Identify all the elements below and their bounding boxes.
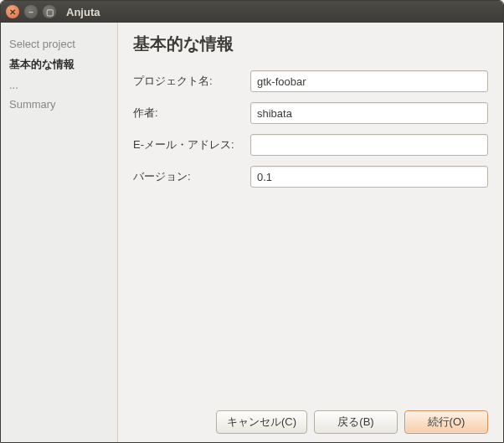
page-heading: 基本的な情報 [133, 33, 488, 55]
close-icon[interactable]: ✕ [6, 5, 19, 18]
minimize-icon[interactable]: – [24, 5, 38, 18]
step-basic-info[interactable]: 基本的な情報 [9, 54, 109, 75]
basic-info-form: プロジェクト名: 作者: E-メール・アドレス: バージョン: [133, 70, 488, 188]
titlebar[interactable]: ✕ – ▢ Anjuta [1, 1, 503, 23]
continue-button[interactable]: 続行(O) [404, 410, 488, 434]
step-ellipsis: ... [9, 75, 109, 95]
back-button[interactable]: 戻る(B) [314, 410, 398, 434]
email-input[interactable] [250, 134, 488, 156]
author-label: 作者: [133, 106, 242, 121]
project-name-input[interactable] [250, 70, 488, 92]
project-name-label: プロジェクト名: [133, 74, 242, 89]
cancel-button[interactable]: キャンセル(C) [216, 410, 307, 434]
step-select-project[interactable]: Select project [9, 34, 109, 54]
wizard-main: 基本的な情報 プロジェクト名: 作者: E-メール・アドレス: バージョン: キ… [118, 23, 503, 442]
window-title: Anjuta [66, 6, 100, 18]
button-row: キャンセル(C) 戻る(B) 続行(O) [133, 402, 488, 434]
email-label: E-メール・アドレス: [133, 137, 242, 152]
author-input[interactable] [250, 102, 488, 124]
version-label: バージョン: [133, 169, 242, 184]
spacer [133, 188, 488, 402]
wizard-window: ✕ – ▢ Anjuta Select project 基本的な情報 ... S… [0, 0, 504, 443]
wizard-sidebar: Select project 基本的な情報 ... Summary [1, 23, 118, 442]
window-body: Select project 基本的な情報 ... Summary 基本的な情報… [1, 23, 503, 442]
version-input[interactable] [250, 166, 488, 188]
step-summary[interactable]: Summary [9, 95, 109, 114]
maximize-icon[interactable]: ▢ [43, 5, 56, 18]
